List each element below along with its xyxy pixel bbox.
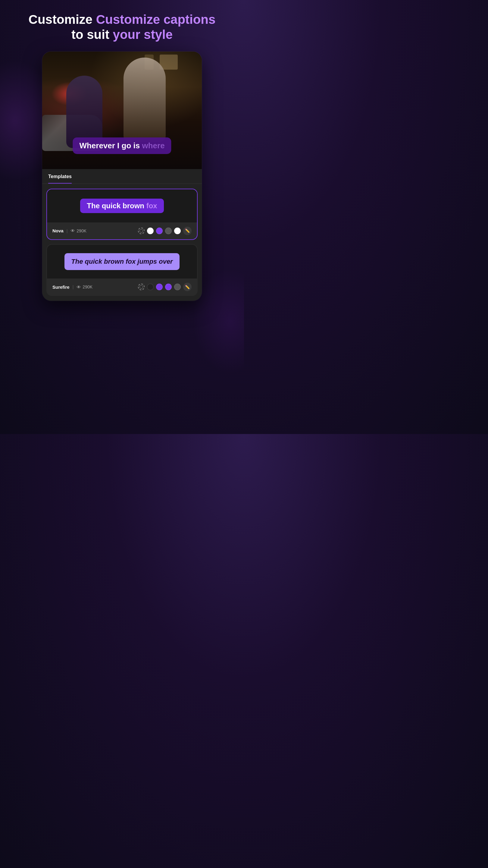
- app-container: Wherever I go is where Templates The qui…: [42, 52, 202, 301]
- nova-edit-button[interactable]: ✏️: [183, 227, 192, 235]
- tabs-row: Templates: [42, 169, 202, 184]
- title-line1: Customize Customize captions: [29, 12, 216, 27]
- surefire-name: Surefire: [53, 284, 70, 290]
- nova-preview: The quick brown fox: [47, 189, 197, 222]
- surefire-divider: |: [73, 284, 74, 289]
- nova-caption-box: The quick brown fox: [80, 198, 164, 213]
- surefire-eye-icon: 👁: [76, 284, 81, 290]
- video-caption-text: Wherever I go is where: [79, 141, 164, 150]
- surefire-views: 👁 290K: [76, 284, 93, 290]
- nova-name: Nova: [53, 228, 64, 233]
- template-card-nova[interactable]: The quick brown fox Nova | 👁 290K: [46, 189, 198, 240]
- surefire-swatch-purple2[interactable]: [165, 284, 172, 290]
- nova-swatch-ghost[interactable]: [138, 227, 144, 234]
- nova-text-highlight: fox: [147, 202, 157, 210]
- surefire-meta-right: ✏️: [138, 283, 192, 291]
- nova-swatch-gray1[interactable]: [165, 227, 172, 234]
- nova-eye-icon: 👁: [70, 228, 75, 233]
- page-title: Customize Customize captions to suit you…: [18, 12, 226, 42]
- person-tall: [124, 58, 166, 142]
- template-card-surefire[interactable]: The quick brown fox jumps over Surefire …: [46, 244, 198, 296]
- nova-swatch-purple[interactable]: [156, 227, 163, 234]
- surefire-swatch-dark[interactable]: [147, 284, 154, 290]
- video-preview: Wherever I go is where: [42, 52, 202, 169]
- title-line2: to suit your style: [71, 27, 173, 41]
- nova-meta-left: Nova | 👁 290K: [53, 228, 87, 233]
- surefire-swatch-purple1[interactable]: [156, 284, 163, 290]
- templates-list: The quick brown fox Nova | 👁 290K: [42, 184, 202, 301]
- nova-view-count: 290K: [76, 228, 87, 233]
- surefire-caption-box: The quick brown fox jumps over: [64, 253, 179, 270]
- nova-divider: |: [67, 228, 68, 233]
- surefire-meta: Surefire | 👁 290K ✏️: [47, 278, 197, 296]
- surefire-swatch-gray[interactable]: [174, 284, 181, 290]
- tab-templates[interactable]: Templates: [48, 174, 72, 184]
- surefire-edit-button[interactable]: ✏️: [183, 283, 192, 291]
- page-header: Customize Customize captions to suit you…: [0, 0, 244, 52]
- surefire-view-count: 290K: [83, 284, 93, 289]
- nova-text-before: The quick brown: [87, 202, 146, 210]
- bottom-panel: Templates The quick brown fox Nova |: [42, 169, 202, 301]
- nova-caption-text: The quick brown fox: [87, 202, 157, 210]
- nova-swatch-white2[interactable]: [174, 227, 181, 234]
- nova-meta-right: ✏️: [138, 227, 192, 235]
- nova-meta: Nova | 👁 290K ✏️: [47, 222, 197, 239]
- surefire-meta-left: Surefire | 👁 290K: [53, 284, 93, 290]
- nova-swatch-white[interactable]: [147, 227, 154, 234]
- caption-word-dim: where: [142, 141, 164, 150]
- caption-word-active: Wherever: [79, 141, 115, 150]
- surefire-caption-text: The quick brown fox jumps over: [71, 258, 173, 265]
- surefire-swatch-ghost[interactable]: [138, 284, 144, 290]
- title-highlight: Customize captions: [96, 12, 216, 27]
- caption-word-middle: I go is: [117, 141, 140, 150]
- title-highlight2: your style: [113, 27, 173, 41]
- nova-views: 👁 290K: [70, 228, 87, 233]
- person-short: [66, 76, 102, 148]
- video-caption-overlay: Wherever I go is where: [73, 137, 171, 154]
- surefire-preview: The quick brown fox jumps over: [47, 245, 197, 279]
